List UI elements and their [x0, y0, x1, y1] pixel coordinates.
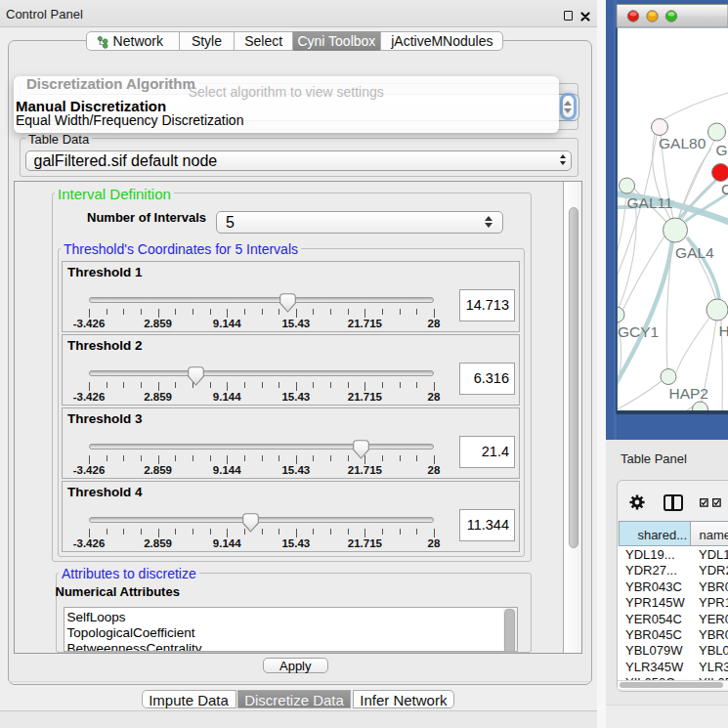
svg-text:G.: G. — [716, 142, 728, 158]
svg-text:C: C — [721, 181, 728, 197]
svg-text:GCY1: GCY1 — [618, 323, 659, 340]
svg-text:H: H — [719, 322, 728, 339]
svg-text:HAP2: HAP2 — [669, 385, 709, 402]
svg-text:GAL11: GAL11 — [627, 194, 673, 211]
svg-text:GAL4: GAL4 — [675, 244, 714, 261]
svg-text:GAL80: GAL80 — [659, 135, 707, 151]
